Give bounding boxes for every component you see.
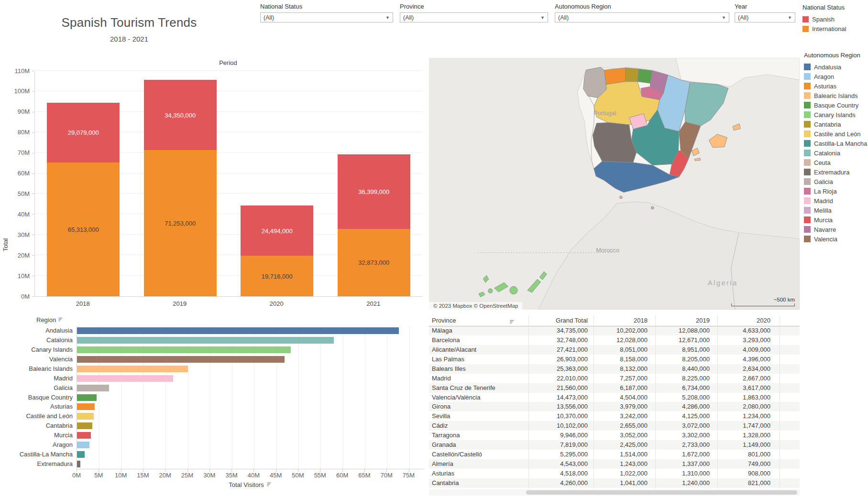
stacked-bar-2019[interactable]: 34,350,00071,253,000 [144, 80, 217, 296]
map-region-tenerife[interactable] [494, 282, 508, 292]
scrollbar-thumb[interactable] [526, 490, 797, 495]
legend-item-castile-and-le-n[interactable]: Castile and León [804, 129, 868, 139]
bar-segment-international[interactable]: 65,313,000 [47, 162, 120, 296]
map-region-lanzarote[interactable] [539, 271, 547, 280]
legend-item-galicia[interactable]: Galicia [804, 177, 868, 186]
map-region-ibiza[interactable] [692, 148, 699, 156]
table-cell[interactable]: 3,302,000 [655, 431, 717, 440]
region-bar-aragon[interactable] [77, 442, 89, 448]
table-cell[interactable]: Madrid [432, 374, 526, 383]
table-cell[interactable]: 908,000 [717, 469, 780, 478]
table-cell[interactable]: Tarragona [432, 431, 526, 440]
table-cell[interactable]: 1,328,000 [717, 431, 780, 440]
bar-segment-spanish[interactable]: 36,399,000 [338, 154, 410, 229]
autonomous-region-dropdown[interactable]: (All) ▼ [555, 12, 729, 22]
region-bar-castile-and-le-n[interactable] [77, 413, 94, 420]
table-cell[interactable]: 6,734,000 [655, 383, 717, 393]
legend-item-navarre[interactable]: Navarre [804, 225, 868, 234]
table-cell[interactable]: 12,671,000 [655, 335, 717, 345]
table-cell[interactable]: 8,440,000 [655, 364, 717, 374]
table-cell[interactable]: 13,556,000 [528, 402, 593, 411]
stacked-bar-2018[interactable]: 29,079,00065,313,000 [47, 103, 120, 296]
legend-item-balearic-islands[interactable]: Balearic Islands [804, 91, 868, 100]
region-bar-valencia[interactable] [77, 356, 285, 363]
table-cell[interactable]: 1,022,000 [593, 469, 655, 478]
sort-icon[interactable] [509, 318, 515, 326]
table-cell[interactable]: Asturias [432, 469, 526, 478]
table-cell[interactable]: 3,979,000 [593, 402, 655, 411]
table-cell[interactable]: 26,903,000 [528, 355, 593, 364]
region-bar-cantabria[interactable] [77, 422, 92, 429]
map-region-el-hierro[interactable] [479, 292, 485, 297]
table-cell[interactable]: 1,747,000 [717, 421, 780, 431]
sort-icon[interactable] [266, 481, 272, 488]
table-cell[interactable]: 5,295,000 [528, 450, 593, 459]
map-region-melilla[interactable] [651, 206, 654, 209]
table-cell[interactable]: 22,010,000 [528, 374, 593, 383]
table-cell[interactable]: 8,158,000 [593, 355, 655, 364]
table-cell[interactable]: 821,000 [717, 478, 780, 488]
legend-item-melilla[interactable]: Melilla [804, 205, 868, 215]
legend-item-ceuta[interactable]: Ceuta [804, 158, 868, 167]
table-cell[interactable]: Cantabria [432, 478, 526, 488]
legend-item-asturias[interactable]: Asturias [804, 81, 868, 91]
table-cell[interactable]: Alicante/Alacant [432, 345, 526, 355]
table-cell[interactable]: Sevilla [432, 411, 526, 421]
map-region-la-palma[interactable] [483, 275, 489, 282]
region-bar-extremadura[interactable] [77, 461, 80, 467]
stacked-bar-2020[interactable]: 24,494,00019,716,000 [241, 205, 313, 296]
region-bar-andalusia[interactable] [77, 327, 399, 334]
region-bar-galicia[interactable] [77, 385, 109, 391]
table-cell[interactable]: 12,088,000 [655, 326, 717, 335]
table-cell[interactable]: 7,819,000 [528, 440, 593, 450]
table-cell[interactable]: 2,667,000 [717, 374, 780, 383]
table-cell[interactable]: 4,504,000 [593, 393, 655, 402]
column-header-2019[interactable]: 2019 [655, 315, 717, 326]
table-cell[interactable]: Santa Cruz de Tenerife [432, 383, 526, 393]
table-cell[interactable]: Málaga [432, 326, 526, 335]
table-cell[interactable]: Las Palmas [432, 355, 526, 364]
sort-icon[interactable] [58, 316, 63, 324]
table-cell[interactable]: Girona [432, 402, 526, 411]
table-cell[interactable]: Balears Illes [432, 364, 526, 374]
table-cell[interactable]: 4,396,000 [717, 355, 780, 364]
table-cell[interactable]: 27,421,000 [528, 345, 593, 355]
table-cell[interactable]: 4,260,000 [528, 478, 593, 488]
table-cell[interactable]: 4,543,000 [528, 459, 593, 469]
table-cell[interactable]: 10,370,000 [528, 411, 593, 421]
map-region-basque-country[interactable] [637, 69, 652, 83]
table-cell[interactable]: Barcelona [432, 335, 526, 345]
table-cell[interactable]: 1,863,000 [717, 393, 780, 402]
column-header-2020[interactable]: 2020 [717, 315, 780, 326]
table-cell[interactable]: 4,518,000 [528, 469, 593, 478]
table-cell[interactable]: 4,125,000 [655, 411, 717, 421]
legend-item-la-rioja[interactable]: La Rioja [804, 186, 868, 196]
table-cell[interactable]: 25,363,000 [528, 364, 593, 374]
table-cell[interactable]: Granada [432, 440, 526, 450]
map-region-formentera[interactable] [694, 158, 701, 161]
table-cell[interactable]: 8,951,000 [655, 345, 717, 355]
table-cell[interactable]: 12,028,000 [593, 335, 655, 345]
table-cell[interactable]: 1,041,000 [593, 478, 655, 488]
table-cell[interactable]: 2,425,000 [593, 440, 655, 450]
province-dropdown[interactable]: (All) ▼ [400, 12, 548, 22]
legend-item-aragon[interactable]: Aragon [804, 72, 868, 81]
legend-item-international[interactable]: International [802, 24, 867, 33]
table-cell[interactable]: 14,473,000 [528, 393, 593, 402]
legend-item-valencia[interactable]: Valencia [804, 234, 868, 244]
table-cell[interactable]: 2,634,000 [717, 364, 780, 374]
region-bar-basque-country[interactable] [77, 394, 97, 401]
bar-segment-international[interactable]: 32,873,000 [338, 229, 410, 296]
bar-segment-spanish[interactable]: 29,079,000 [47, 103, 120, 162]
table-cell[interactable]: 7,257,000 [593, 374, 655, 383]
legend-item-madrid[interactable]: Madrid [804, 196, 868, 205]
region-bar-murcia[interactable] [77, 432, 91, 439]
table-cell[interactable]: 2,655,000 [593, 421, 655, 431]
bar-segment-spanish[interactable]: 24,494,000 [241, 205, 313, 256]
table-cell[interactable]: Valencia/València [432, 393, 526, 402]
map-region-ceuta[interactable] [619, 196, 622, 199]
region-sort-header[interactable]: Region [36, 316, 63, 324]
table-cell[interactable]: 10,102,000 [528, 421, 593, 431]
table-cell[interactable]: 10,202,000 [593, 326, 655, 335]
table-cell[interactable]: 8,132,000 [593, 364, 655, 374]
